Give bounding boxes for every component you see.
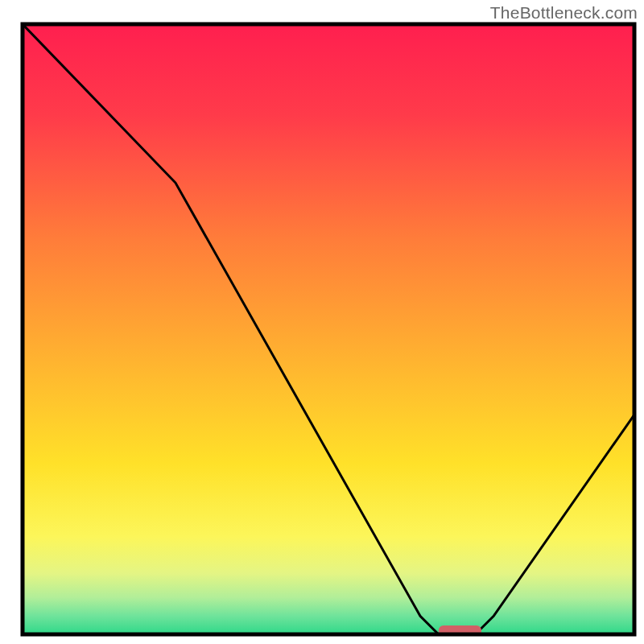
chart-container: TheBottleneck.com [0,0,644,644]
watermark-text: TheBottleneck.com [490,3,638,23]
plot-area [23,24,634,636]
gradient-background [23,24,634,634]
bottleneck-chart [0,0,644,644]
